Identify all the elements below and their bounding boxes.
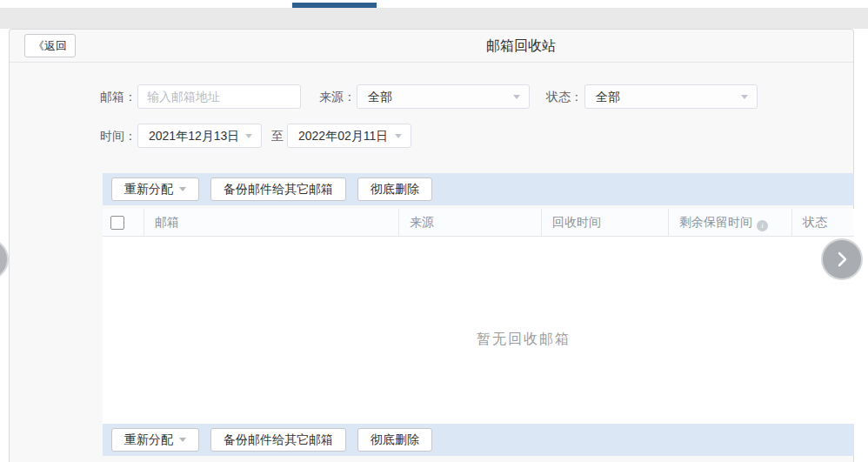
page-title: 邮箱回收站 [486, 30, 556, 63]
select-all-checkbox[interactable] [110, 216, 124, 230]
table-header-row: 邮箱 来源 回收时间 剩余保留时间i 状态 [103, 209, 854, 237]
reassign-button[interactable]: 重新分配 [111, 177, 199, 201]
column-header-source: 来源 [398, 209, 541, 236]
status-select-value: 全部 [596, 90, 620, 104]
reassign-button-label: 重新分配 [124, 182, 173, 198]
column-header-status: 状态 [791, 209, 854, 236]
mailbox-filter-label: 邮箱： [100, 84, 137, 109]
chevron-down-icon [245, 134, 252, 138]
page-background-band [0, 8, 868, 29]
chevron-down-icon [513, 95, 520, 99]
delete-forever-button[interactable]: 彻底删除 [357, 428, 432, 452]
date-from-select[interactable]: 2021年12月13日 [137, 124, 262, 148]
table-body: 暂无回收邮箱 [103, 237, 854, 424]
scroll-left-button[interactable] [0, 240, 7, 278]
backup-mail-button[interactable]: 备份邮件给其它邮箱 [210, 428, 346, 452]
back-button[interactable]: 《返回 [24, 34, 76, 57]
status-filter-label: 状态： [546, 84, 583, 109]
source-select[interactable]: 全部 [357, 84, 530, 109]
info-icon[interactable]: i [757, 220, 768, 231]
date-to-select[interactable]: 2022年02月11日 [287, 124, 411, 148]
chevron-down-icon [741, 95, 748, 99]
chevron-down-icon [179, 187, 186, 191]
retention-time-label: 剩余保留时间 [679, 215, 752, 229]
empty-state-text: 暂无回收邮箱 [477, 331, 571, 349]
status-select[interactable]: 全部 [584, 84, 758, 109]
source-select-value: 全部 [368, 90, 392, 104]
column-header-recycle-time: 回收时间 [541, 209, 668, 236]
time-filter-label: 时间： [100, 124, 137, 148]
column-header-mailbox: 邮箱 [144, 209, 398, 236]
recycle-bin-panel: 《返回 邮箱回收站 邮箱： 来源： 全部 状态： 全部 时间： 2021年12月… [9, 29, 854, 462]
mailbox-search-input[interactable] [137, 84, 301, 109]
table-header-checkbox-cell [103, 209, 144, 236]
scroll-right-button[interactable] [823, 240, 861, 278]
reassign-button-label: 重新分配 [124, 432, 173, 448]
backup-mail-button[interactable]: 备份邮件给其它邮箱 [210, 177, 346, 201]
delete-forever-button[interactable]: 彻底删除 [357, 177, 432, 201]
date-range-to-label: 至 [271, 124, 284, 148]
panel-header: 《返回 邮箱回收站 [10, 30, 853, 63]
reassign-button[interactable]: 重新分配 [111, 428, 199, 452]
date-to-value: 2022年02月11日 [298, 129, 388, 143]
chevron-down-icon [395, 134, 402, 138]
chevron-right-icon [831, 249, 852, 270]
source-filter-label: 来源： [319, 84, 356, 109]
date-from-value: 2021年12月13日 [149, 129, 239, 143]
chevron-down-icon [179, 438, 186, 442]
column-header-retention-time: 剩余保留时间i [668, 209, 791, 236]
table-toolbar-top: 重新分配 备份邮件给其它邮箱 彻底删除 [103, 173, 854, 205]
table-toolbar-bottom: 重新分配 备份邮件给其它邮箱 彻底删除 [103, 424, 854, 456]
